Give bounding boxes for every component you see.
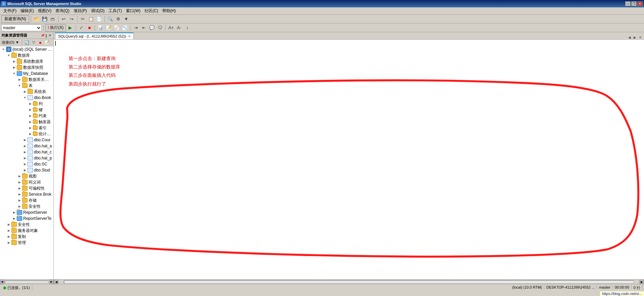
- close-button[interactable]: ✕: [637, 1, 643, 6]
- cut-button[interactable]: ✂: [79, 15, 87, 23]
- query-scroll-right-button[interactable]: ▶: [639, 280, 644, 284]
- oe-new-query-button[interactable]: 📝: [44, 40, 50, 46]
- query-options-button[interactable]: 📝: [105, 24, 112, 32]
- oe-hscroll[interactable]: ◀ ▶: [0, 279, 53, 284]
- indent-button[interactable]: ⇥: [132, 24, 139, 32]
- settings-button[interactable]: ⚙: [115, 15, 122, 23]
- tree-dbo-hat-p[interactable]: ▶ dbo.hat_p: [0, 155, 53, 161]
- oe-scroll-left-button[interactable]: ◀: [0, 280, 4, 284]
- tree-programmability[interactable]: ▶ 可编程性: [0, 185, 53, 191]
- tree-dbo-hat-c[interactable]: ▶ dbo.hat_c: [0, 149, 53, 155]
- tree-tables[interactable]: ▼ 表: [0, 83, 53, 89]
- menu-tools[interactable]: 工具(T): [106, 7, 124, 14]
- query-editor[interactable]: 第一步点击：新建查询 第二步选择存储的数据库 第三步在面板插入代码 第四步执行就…: [54, 40, 644, 279]
- tree-dbo-sc[interactable]: ▶ dbo.SC: [0, 161, 53, 167]
- tree-dbo-course[interactable]: ▶ dbo.Cour: [0, 137, 53, 143]
- oe-connect-button[interactable]: 连接(O) ▼: [1, 40, 20, 45]
- tree-server[interactable]: ▼ S (local) (SQL Server 10.(: [0, 46, 53, 52]
- menu-view[interactable]: 视图(V): [36, 7, 53, 14]
- search-button[interactable]: 🔍: [106, 15, 114, 23]
- oe-close-button[interactable]: ✕: [47, 33, 52, 38]
- tree-service-broker[interactable]: ▶ Service Brok: [0, 191, 53, 197]
- tree-dbo-student[interactable]: ▶ dbo.Stud: [0, 167, 53, 173]
- paste-button[interactable]: 📄: [95, 15, 103, 23]
- expand-dbo-hat-c-icon: ▶: [22, 149, 28, 155]
- restore-button[interactable]: ❐: [631, 1, 637, 6]
- menu-query[interactable]: 查询(Q): [53, 7, 71, 14]
- tree-report-server-temp[interactable]: ▶ ReportServerTe: [0, 215, 53, 221]
- stop-button[interactable]: ■: [86, 24, 93, 32]
- more-button[interactable]: ▼: [123, 15, 130, 23]
- query-scroll-left-button[interactable]: ◀: [54, 280, 58, 284]
- include-client-stats[interactable]: 📉: [121, 24, 128, 32]
- tree-db-snapshots[interactable]: ▶ 数据库快照: [0, 64, 53, 70]
- tree-keys[interactable]: ▶ 键: [0, 107, 53, 113]
- execute-button[interactable]: ! 执行(X): [45, 24, 66, 32]
- query-tab-1[interactable]: SQLQuery5.sql - (l...4112J99\24552 (52))…: [55, 33, 134, 39]
- menu-edit[interactable]: 编辑(E): [18, 7, 36, 14]
- play-button[interactable]: ▶: [67, 24, 74, 32]
- tree-dbo-book[interactable]: ▼ dbo.Book: [0, 95, 53, 101]
- zoom-in-button[interactable]: A+: [167, 24, 175, 32]
- tree-replication[interactable]: ▶ 复制: [0, 234, 53, 240]
- parse-button[interactable]: ✓: [78, 24, 85, 32]
- tree-server-security[interactable]: ▶ 安全性: [0, 221, 53, 228]
- tree-system-tables[interactable]: ▶ 系统表: [0, 89, 53, 95]
- expand-button[interactable]: ↕: [183, 24, 191, 32]
- tree-constraints[interactable]: ▶ 约束: [0, 113, 53, 119]
- open-file-button[interactable]: 📂: [33, 15, 40, 23]
- oe-refresh-button[interactable]: 🔄: [24, 40, 30, 46]
- tree-views[interactable]: ▶ 视图: [0, 173, 53, 179]
- dbo-course-label: dbo.Cour: [34, 138, 50, 142]
- minimize-button[interactable]: —: [625, 1, 631, 6]
- tree-indexes[interactable]: ▶ 索引: [0, 125, 53, 131]
- tree-columns[interactable]: ▶ 列: [0, 101, 53, 107]
- database-selector[interactable]: master: [1, 24, 42, 31]
- query-tab-1-close[interactable]: ✕: [128, 35, 131, 38]
- undo-button[interactable]: ↩: [60, 15, 68, 23]
- zoom-out-button[interactable]: A-: [175, 24, 183, 32]
- query-hscroll[interactable]: ◀ ▶: [54, 279, 644, 284]
- copy-button[interactable]: 📋: [87, 15, 95, 23]
- menu-help[interactable]: 帮助(H): [160, 7, 178, 14]
- status-connected: 已连接。(1/1): [3, 285, 30, 290]
- oe-sep: |: [45, 34, 47, 38]
- report-server-temp-icon: [17, 216, 22, 221]
- oe-pin-button[interactable]: 📌: [40, 33, 45, 38]
- expand-databases-icon: ▼: [6, 53, 11, 58]
- tree-synonyms[interactable]: ▶ 同义词: [0, 179, 53, 185]
- tree-triggers[interactable]: ▶ 触发器: [0, 119, 53, 125]
- tree-db-diagram[interactable]: ▶ 数据库关系图: [0, 77, 53, 83]
- save-all-button[interactable]: 🗃: [49, 15, 56, 23]
- tab-nav-left[interactable]: ◀: [627, 36, 632, 39]
- tab-close-all[interactable]: ✕: [638, 36, 643, 39]
- tab-nav-right[interactable]: ▶: [633, 36, 637, 39]
- oe-filter-button[interactable]: ▽: [31, 40, 37, 46]
- redo-button[interactable]: ↪: [68, 15, 76, 23]
- save-button[interactable]: 💾: [41, 15, 48, 23]
- outdent-button[interactable]: ⇤: [140, 24, 147, 32]
- tree-management[interactable]: ▶ 管理: [0, 240, 53, 246]
- menu-file[interactable]: 文件(F): [1, 7, 18, 14]
- tree-storage[interactable]: ▶ 存储: [0, 197, 53, 203]
- tree-report-server[interactable]: ▶ ReportServer: [0, 209, 53, 215]
- results-button[interactable]: 📊: [97, 24, 104, 32]
- comment-button[interactable]: 💬: [148, 24, 156, 32]
- tree-my-database[interactable]: ▼ My_Database: [0, 70, 53, 77]
- oe-scroll-right-button[interactable]: ▶: [49, 280, 53, 284]
- tree-statistics[interactable]: ▶ 统计信息: [0, 131, 53, 137]
- menu-window[interactable]: 窗口(W): [124, 7, 142, 14]
- oe-stop-button[interactable]: ■: [37, 40, 43, 46]
- tree-databases[interactable]: ▼ 数据库: [0, 52, 53, 58]
- uncomment-button[interactable]: 🗨: [156, 24, 164, 32]
- tree-db-security[interactable]: ▶ 安全性: [0, 203, 53, 209]
- tree-system-dbs[interactable]: ▶ 系统数据库: [0, 58, 53, 64]
- menu-community[interactable]: 社区(C): [142, 7, 160, 14]
- new-query-button[interactable]: 新建查询(N): [1, 15, 29, 23]
- menu-debug[interactable]: 调试(D): [89, 7, 107, 14]
- expand-db-diagram-icon: ▶: [17, 77, 22, 82]
- include-actual-plan[interactable]: 📈: [113, 24, 120, 32]
- menu-project[interactable]: 项目(P): [72, 7, 89, 14]
- tree-dbo-hat-a[interactable]: ▶ dbo.hat_a: [0, 143, 53, 149]
- tree-server-objects[interactable]: ▶ 服务器对象: [0, 228, 53, 234]
